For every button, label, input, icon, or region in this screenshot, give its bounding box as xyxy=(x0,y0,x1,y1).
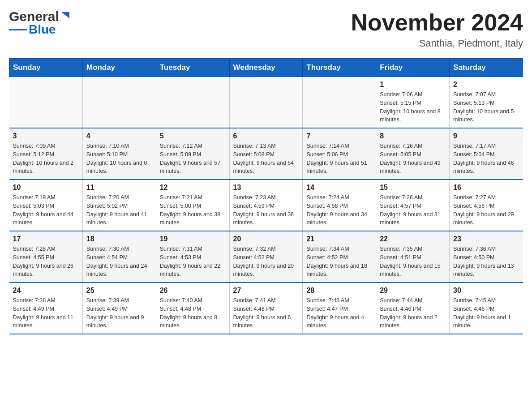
cell-w4-d1: 18Sunrise: 7:30 AMSunset: 4:54 PMDayligh… xyxy=(82,231,156,283)
cell-w2-d3: 6Sunrise: 7:13 AMSunset: 5:08 PMDaylight… xyxy=(229,128,303,180)
col-friday: Friday xyxy=(376,59,450,77)
day-info: Sunrise: 7:24 AMSunset: 4:58 PMDaylight:… xyxy=(306,193,372,227)
logo-general-text: General xyxy=(9,9,59,24)
cell-w3-d2: 12Sunrise: 7:21 AMSunset: 5:00 PMDayligh… xyxy=(156,180,229,231)
cell-w3-d5: 15Sunrise: 7:26 AMSunset: 4:57 PMDayligh… xyxy=(376,180,450,231)
day-info: Sunrise: 7:35 AMSunset: 4:51 PMDaylight:… xyxy=(380,245,446,278)
cell-w2-d0: 3Sunrise: 7:09 AMSunset: 5:12 PMDaylight… xyxy=(9,128,83,180)
logo-underline xyxy=(9,29,27,30)
day-number: 10 xyxy=(13,184,79,192)
cell-w2-d6: 9Sunrise: 7:17 AMSunset: 5:04 PMDaylight… xyxy=(450,128,523,180)
day-info: Sunrise: 7:06 AMSunset: 5:15 PMDaylight:… xyxy=(380,90,446,124)
col-monday: Monday xyxy=(82,59,156,77)
cell-w5-d2: 26Sunrise: 7:40 AMSunset: 4:48 PMDayligh… xyxy=(156,283,229,334)
cell-w4-d4: 21Sunrise: 7:34 AMSunset: 4:52 PMDayligh… xyxy=(303,231,376,283)
calendar-table: Sunday Monday Tuesday Wednesday Thursday… xyxy=(9,58,523,334)
day-info: Sunrise: 7:43 AMSunset: 4:47 PMDaylight:… xyxy=(306,296,372,330)
day-number: 5 xyxy=(160,132,226,140)
location-text: Santhia, Piedmont, Italy xyxy=(351,38,523,49)
day-info: Sunrise: 7:28 AMSunset: 4:55 PMDaylight:… xyxy=(13,245,79,278)
day-info: Sunrise: 7:14 AMSunset: 5:06 PMDaylight:… xyxy=(306,142,372,176)
day-number: 24 xyxy=(13,287,79,295)
week-row-5: 24Sunrise: 7:38 AMSunset: 4:49 PMDayligh… xyxy=(9,283,523,334)
svg-marker-0 xyxy=(61,12,69,18)
day-number: 29 xyxy=(380,287,446,295)
day-info: Sunrise: 7:10 AMSunset: 5:10 PMDaylight:… xyxy=(86,142,152,176)
day-number: 23 xyxy=(453,235,519,243)
cell-w1-d1 xyxy=(82,77,156,128)
day-number: 27 xyxy=(233,287,299,295)
day-number: 8 xyxy=(380,132,446,140)
cell-w3-d6: 16Sunrise: 7:27 AMSunset: 4:56 PMDayligh… xyxy=(450,180,523,231)
day-info: Sunrise: 7:12 AMSunset: 5:09 PMDaylight:… xyxy=(160,142,226,176)
day-number: 18 xyxy=(86,235,152,243)
cell-w5-d4: 28Sunrise: 7:43 AMSunset: 4:47 PMDayligh… xyxy=(303,283,376,334)
day-number: 28 xyxy=(306,287,372,295)
cell-w2-d2: 5Sunrise: 7:12 AMSunset: 5:09 PMDaylight… xyxy=(156,128,229,180)
day-number: 7 xyxy=(306,132,372,140)
logo-arrow-icon xyxy=(60,11,70,23)
day-info: Sunrise: 7:31 AMSunset: 4:53 PMDaylight:… xyxy=(160,245,226,278)
cell-w5-d1: 25Sunrise: 7:39 AMSunset: 4:49 PMDayligh… xyxy=(82,283,156,334)
day-number: 3 xyxy=(13,132,79,140)
cell-w4-d0: 17Sunrise: 7:28 AMSunset: 4:55 PMDayligh… xyxy=(9,231,83,283)
day-number: 25 xyxy=(86,287,152,295)
day-info: Sunrise: 7:30 AMSunset: 4:54 PMDaylight:… xyxy=(86,245,152,278)
day-number: 14 xyxy=(306,184,372,192)
page-header: General Blue November 2024 Santhia, Pied… xyxy=(9,9,523,49)
cell-w4-d6: 23Sunrise: 7:36 AMSunset: 4:50 PMDayligh… xyxy=(450,231,523,283)
day-number: 19 xyxy=(160,235,226,243)
cell-w5-d0: 24Sunrise: 7:38 AMSunset: 4:49 PMDayligh… xyxy=(9,283,83,334)
day-number: 1 xyxy=(380,81,446,89)
day-number: 26 xyxy=(160,287,226,295)
cell-w2-d5: 8Sunrise: 7:16 AMSunset: 5:05 PMDaylight… xyxy=(376,128,450,180)
day-number: 6 xyxy=(233,132,299,140)
day-number: 20 xyxy=(233,235,299,243)
week-row-3: 10Sunrise: 7:19 AMSunset: 5:03 PMDayligh… xyxy=(9,180,523,231)
week-row-1: 1Sunrise: 7:06 AMSunset: 5:15 PMDaylight… xyxy=(9,77,523,128)
day-number: 30 xyxy=(453,287,519,295)
col-tuesday: Tuesday xyxy=(156,59,229,77)
cell-w4-d3: 20Sunrise: 7:32 AMSunset: 4:52 PMDayligh… xyxy=(229,231,303,283)
title-section: November 2024 Santhia, Piedmont, Italy xyxy=(351,9,523,49)
week-row-2: 3Sunrise: 7:09 AMSunset: 5:12 PMDaylight… xyxy=(9,128,523,180)
cell-w3-d1: 11Sunrise: 7:20 AMSunset: 5:02 PMDayligh… xyxy=(82,180,156,231)
day-number: 15 xyxy=(380,184,446,192)
col-wednesday: Wednesday xyxy=(229,59,303,77)
cell-w3-d3: 13Sunrise: 7:23 AMSunset: 4:59 PMDayligh… xyxy=(229,180,303,231)
day-number: 4 xyxy=(86,132,152,140)
day-info: Sunrise: 7:32 AMSunset: 4:52 PMDaylight:… xyxy=(233,245,299,278)
cell-w5-d6: 30Sunrise: 7:45 AMSunset: 4:46 PMDayligh… xyxy=(450,283,523,334)
day-info: Sunrise: 7:34 AMSunset: 4:52 PMDaylight:… xyxy=(306,245,372,278)
day-info: Sunrise: 7:27 AMSunset: 4:56 PMDaylight:… xyxy=(453,193,519,227)
logo-blue-text: Blue xyxy=(29,22,56,37)
cell-w4-d5: 22Sunrise: 7:35 AMSunset: 4:51 PMDayligh… xyxy=(376,231,450,283)
day-info: Sunrise: 7:26 AMSunset: 4:57 PMDaylight:… xyxy=(380,193,446,227)
cell-w1-d6: 2Sunrise: 7:07 AMSunset: 5:13 PMDaylight… xyxy=(450,77,523,128)
day-info: Sunrise: 7:44 AMSunset: 4:46 PMDaylight:… xyxy=(380,296,446,330)
cell-w2-d4: 7Sunrise: 7:14 AMSunset: 5:06 PMDaylight… xyxy=(303,128,376,180)
col-sunday: Sunday xyxy=(9,59,83,77)
day-info: Sunrise: 7:21 AMSunset: 5:00 PMDaylight:… xyxy=(160,193,226,227)
cell-w5-d5: 29Sunrise: 7:44 AMSunset: 4:46 PMDayligh… xyxy=(376,283,450,334)
day-info: Sunrise: 7:20 AMSunset: 5:02 PMDaylight:… xyxy=(86,193,152,227)
day-info: Sunrise: 7:17 AMSunset: 5:04 PMDaylight:… xyxy=(453,142,519,176)
day-info: Sunrise: 7:16 AMSunset: 5:05 PMDaylight:… xyxy=(380,142,446,176)
day-info: Sunrise: 7:38 AMSunset: 4:49 PMDaylight:… xyxy=(13,296,79,330)
col-thursday: Thursday xyxy=(303,59,376,77)
day-info: Sunrise: 7:13 AMSunset: 5:08 PMDaylight:… xyxy=(233,142,299,176)
cell-w3-d0: 10Sunrise: 7:19 AMSunset: 5:03 PMDayligh… xyxy=(9,180,83,231)
cell-w1-d2 xyxy=(156,77,229,128)
day-info: Sunrise: 7:19 AMSunset: 5:03 PMDaylight:… xyxy=(13,193,79,227)
day-info: Sunrise: 7:09 AMSunset: 5:12 PMDaylight:… xyxy=(13,142,79,176)
col-saturday: Saturday xyxy=(450,59,523,77)
cell-w4-d2: 19Sunrise: 7:31 AMSunset: 4:53 PMDayligh… xyxy=(156,231,229,283)
day-info: Sunrise: 7:40 AMSunset: 4:48 PMDaylight:… xyxy=(160,296,226,330)
day-number: 12 xyxy=(160,184,226,192)
day-number: 16 xyxy=(453,184,519,192)
day-number: 21 xyxy=(306,235,372,243)
cell-w1-d5: 1Sunrise: 7:06 AMSunset: 5:15 PMDaylight… xyxy=(376,77,450,128)
month-title: November 2024 xyxy=(351,9,523,36)
calendar-header-row: Sunday Monday Tuesday Wednesday Thursday… xyxy=(9,59,523,77)
cell-w1-d0 xyxy=(9,77,83,128)
